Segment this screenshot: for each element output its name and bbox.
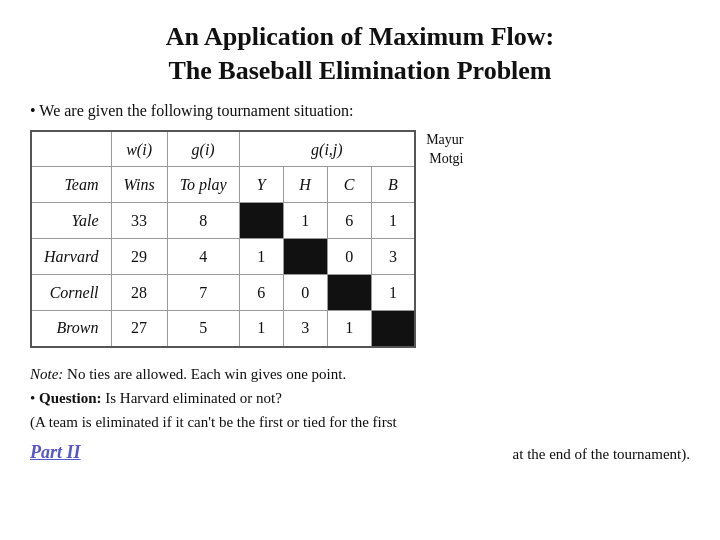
b-cell: 3 (371, 239, 415, 275)
b-cell (371, 311, 415, 347)
bottom-bar: Part II at the end of the tournament). (30, 442, 690, 463)
c-cell: 1 (327, 311, 371, 347)
h-cell (283, 239, 327, 275)
to_play-cell: 5 (167, 311, 239, 347)
paren-line: (A team is eliminated if it can't be the… (30, 410, 690, 434)
h-subheader: H (283, 167, 327, 203)
h-cell: 3 (283, 311, 327, 347)
page-title: An Application of Maximum Flow: The Base… (30, 20, 690, 88)
wins-cell: 27 (111, 311, 167, 347)
attribution: Mayur Motgi (426, 130, 463, 169)
table-row: Brown275131 (31, 311, 415, 347)
y-cell: 6 (239, 275, 283, 311)
note-line: Note: No ties are allowed. Each win give… (30, 362, 690, 386)
wi-header: w(i) (111, 131, 167, 167)
c-subheader: C (327, 167, 371, 203)
toplay-subheader: To play (167, 167, 239, 203)
y-cell: 1 (239, 311, 283, 347)
table-row: Harvard294103 (31, 239, 415, 275)
to_play-cell: 8 (167, 203, 239, 239)
b-cell: 1 (371, 275, 415, 311)
team-cell: Harvard (31, 239, 111, 275)
team-cell: Brown (31, 311, 111, 347)
c-cell: 0 (327, 239, 371, 275)
c-cell: 6 (327, 203, 371, 239)
b-cell: 1 (371, 203, 415, 239)
question-label: Question: (39, 390, 102, 406)
team-cell: Cornell (31, 275, 111, 311)
c-cell (327, 275, 371, 311)
wins-cell: 29 (111, 239, 167, 275)
question-text: Is Harvard eliminated or not? (105, 390, 282, 406)
table-section: w(i) g(i) g(i,j) Team Wins To play Y H C… (30, 130, 690, 348)
elimination-table: w(i) g(i) g(i,j) Team Wins To play Y H C… (30, 130, 416, 348)
wins-cell: 28 (111, 275, 167, 311)
part-label: Part II (30, 442, 81, 463)
paren-text: (A team is eliminated if it can't be the… (30, 414, 397, 430)
y-cell (239, 203, 283, 239)
note-section: Note: No ties are allowed. Each win give… (30, 362, 690, 434)
gij-header: g(i,j) (239, 131, 415, 167)
wins-cell: 33 (111, 203, 167, 239)
note-text: No ties are allowed. Each win gives one … (67, 366, 346, 382)
col-subheader-row: Team Wins To play Y H C B (31, 167, 415, 203)
y-cell: 1 (239, 239, 283, 275)
question-line: • Question: Is Harvard eliminated or not… (30, 386, 690, 410)
team-cell: Yale (31, 203, 111, 239)
gi-header: g(i) (167, 131, 239, 167)
b-subheader: B (371, 167, 415, 203)
team-subheader: Team (31, 167, 111, 203)
col-group-header-row: w(i) g(i) g(i,j) (31, 131, 415, 167)
intro-text: • We are given the following tournament … (30, 102, 690, 120)
y-subheader: Y (239, 167, 283, 203)
h-cell: 1 (283, 203, 327, 239)
to_play-cell: 4 (167, 239, 239, 275)
wins-subheader: Wins (111, 167, 167, 203)
table-row: Cornell287601 (31, 275, 415, 311)
end-text: at the end of the tournament). (513, 446, 690, 463)
table-row: Yale338161 (31, 203, 415, 239)
to_play-cell: 7 (167, 275, 239, 311)
note-label: Note: (30, 366, 63, 382)
h-cell: 0 (283, 275, 327, 311)
